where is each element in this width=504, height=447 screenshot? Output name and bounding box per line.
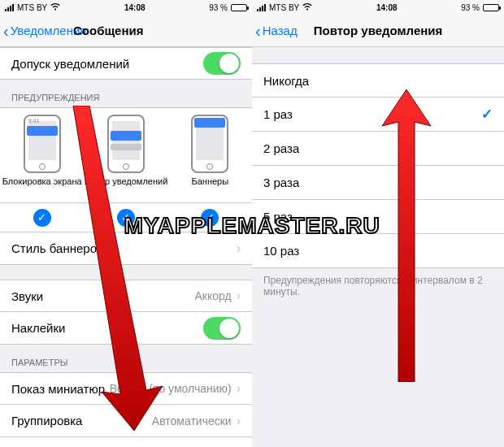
check-center[interactable]: ✓ (117, 209, 135, 227)
wifi-icon (50, 3, 60, 12)
alert-style-checks: ✓ ✓ ✓ (0, 203, 252, 232)
stickers-row[interactable]: Наклейки (0, 312, 252, 345)
allow-label: Допуск уведомлений (11, 57, 129, 71)
battery-icon (483, 4, 499, 11)
sounds-label: Звуки (11, 289, 43, 303)
alert-style-banner[interactable]: Баннеры (168, 108, 252, 202)
signal-icon (257, 4, 266, 11)
signal-icon (5, 4, 14, 11)
stickers-toggle[interactable] (203, 317, 241, 340)
chevron-right-icon: › (237, 381, 241, 396)
sounds-row[interactable]: Звуки Аккорд› (0, 280, 252, 312)
alert-styles-row: 9:41 Блокировка экрана Центр уведомлений… (0, 107, 252, 203)
clock: 14:08 (124, 3, 146, 12)
notification-center-icon (107, 115, 145, 173)
previews-label: Показ миниатюр (11, 382, 105, 396)
wifi-icon (302, 3, 312, 12)
alerts-header: ПРЕДУПРЕЖДЕНИЯ (0, 80, 252, 107)
carrier-label: MTS BY (269, 3, 299, 12)
chevron-right-icon: › (237, 241, 241, 256)
check-lock[interactable]: ✓ (33, 209, 51, 227)
option-10[interactable]: 10 раз (252, 234, 504, 268)
back-button[interactable]: ‹ Назад (252, 23, 298, 39)
allow-notifications-row[interactable]: Допуск уведомлений (0, 47, 252, 80)
option-3[interactable]: 3 раза (252, 166, 504, 200)
clock: 14:08 (376, 3, 398, 12)
nav-bar: ‹ Уведомления Сообщения (0, 15, 252, 47)
battery-icon (231, 4, 247, 11)
nav-bar: ‹ Назад Повтор уведомления (252, 15, 504, 47)
alert-style-lock[interactable]: 9:41 Блокировка экрана (0, 108, 84, 202)
screenshot-right: MTS BY 14:08 93 % ‹ Назад Повтор уведомл… (252, 0, 504, 447)
banner-style-label: Стиль баннеров (11, 241, 103, 255)
battery-pct: 93 % (209, 3, 228, 12)
stickers-label: Наклейки (11, 321, 65, 335)
previews-row[interactable]: Показ миниатюр Всегда (по умолчанию)› (0, 372, 252, 405)
checkmark-icon: ✓ (481, 106, 493, 123)
grouping-label: Группировка (11, 414, 82, 427)
option-never[interactable]: Никогда (252, 63, 504, 98)
allow-toggle[interactable] (203, 52, 241, 75)
back-label: Назад (263, 24, 298, 37)
chevron-right-icon: › (237, 289, 241, 303)
lock-screen-icon: 9:41 (24, 115, 61, 173)
chevron-right-icon: › (237, 414, 241, 428)
option-5[interactable]: 5 раз (252, 200, 504, 234)
options-header: ПАРАМЕТРЫ (0, 345, 252, 372)
repeat-row[interactable]: Повтор уведомления 1 раз› (0, 437, 252, 447)
screenshot-left: MTS BY 14:08 93 % ‹ Уведомления Сообщени… (0, 0, 252, 447)
back-button[interactable]: ‹ Уведомления (0, 23, 86, 39)
back-label: Уведомления (11, 24, 87, 37)
chevron-left-icon: ‹ (255, 23, 261, 39)
banner-icon (191, 115, 228, 173)
option-1[interactable]: 1 раз ✓ (252, 98, 504, 132)
banner-style-row[interactable]: Стиль баннеров › (0, 232, 252, 265)
battery-pct: 93 % (461, 3, 480, 12)
repeat-footer: Предупреждения повторяются с интервалом … (252, 268, 504, 302)
option-2[interactable]: 2 раза (252, 132, 504, 166)
chevron-left-icon: ‹ (3, 23, 9, 39)
alert-style-center[interactable]: Центр уведомлений (84, 108, 167, 202)
carrier-label: MTS BY (17, 3, 47, 12)
grouping-row[interactable]: Группировка Автоматически› (0, 405, 252, 437)
status-bar: MTS BY 14:08 93 % (252, 0, 504, 15)
status-bar: MTS BY 14:08 93 % (0, 0, 252, 15)
check-banner[interactable]: ✓ (201, 209, 219, 227)
